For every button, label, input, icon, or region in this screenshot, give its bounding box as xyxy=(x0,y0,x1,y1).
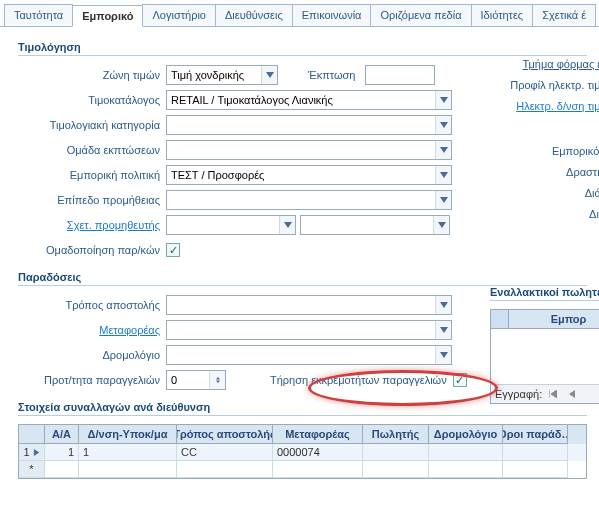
alt-body[interactable] xyxy=(491,329,599,385)
table-row[interactable]: 1 1 1 CC 0000074 xyxy=(19,444,586,461)
combo-route[interactable] xyxy=(166,345,452,365)
input-commercial-policy[interactable] xyxy=(167,166,435,184)
alt-header-commercial[interactable]: Εμπορ xyxy=(509,310,599,328)
label-order-priority: Προτ/τητα παραγγελιών xyxy=(18,374,166,386)
cell-ship[interactable]: CC xyxy=(177,444,273,461)
grid-transactions: Α/Α Δ/νση-Υποκ/μα Τρόπος αποστολής Μεταφ… xyxy=(18,424,587,479)
link-related-supplier[interactable]: Σχετ. προμηθευτής xyxy=(18,219,166,231)
cell-route[interactable] xyxy=(429,444,503,461)
input-carrier[interactable] xyxy=(167,321,435,339)
tab-related[interactable]: Σχετικά έ xyxy=(532,4,596,26)
chevron-down-icon[interactable] xyxy=(435,346,451,364)
label-commission-level: Επίπεδο προμήθειας xyxy=(18,194,166,206)
chevron-down-icon[interactable] xyxy=(435,321,451,339)
chevron-down-icon[interactable] xyxy=(435,191,451,209)
tab-accounting[interactable]: Λογιστήριο xyxy=(142,4,215,26)
grid-header-address[interactable]: Δ/νση-Υποκ/μα xyxy=(79,425,177,444)
input-related-supplier[interactable] xyxy=(167,216,279,234)
chevron-down-icon[interactable] xyxy=(261,66,277,84)
grid-header-handle xyxy=(19,425,45,444)
tab-contact[interactable]: Επικοινωνία xyxy=(292,4,372,26)
combo-discount-group[interactable] xyxy=(166,140,452,160)
input-route[interactable] xyxy=(167,346,435,364)
tab-identity[interactable]: Ταυτότητα xyxy=(4,4,73,26)
input-ship-method[interactable] xyxy=(167,296,435,314)
cell-empty[interactable] xyxy=(273,461,363,478)
label-price-catalog: Τιμοκατάλογος xyxy=(18,94,166,106)
cell-carrier[interactable]: 0000074 xyxy=(273,444,363,461)
checkbox-backorder-tracking[interactable] xyxy=(453,373,467,387)
cell-empty[interactable] xyxy=(363,461,429,478)
grid-header-carrier[interactable]: Μεταφορέας xyxy=(273,425,363,444)
label-discount-group: Ομάδα εκπτώσεων xyxy=(18,144,166,156)
cell-address[interactable]: 1 xyxy=(79,444,177,461)
label-discount: Έκπτωση xyxy=(308,69,355,81)
nav-prev-icon[interactable] xyxy=(564,387,578,401)
chevron-down-icon[interactable] xyxy=(435,141,451,159)
cell-empty[interactable] xyxy=(79,461,177,478)
link-carrier[interactable]: Μεταφορέας xyxy=(18,324,166,336)
combo-commercial-policy[interactable] xyxy=(166,165,452,185)
alt-navigator: Εγγραφή: xyxy=(491,385,599,403)
combo-price-catalog[interactable] xyxy=(166,90,452,110)
cell-idx[interactable]: 1 xyxy=(45,444,79,461)
chevron-down-icon[interactable] xyxy=(435,296,451,314)
input-invoice-category[interactable] xyxy=(167,116,435,134)
grid-header-route[interactable]: Δρομολόγιο xyxy=(429,425,503,444)
table-row[interactable]: * xyxy=(19,461,586,478)
label-ship-method: Τρόπος αποστολής xyxy=(18,299,166,311)
cell-terms[interactable] xyxy=(503,444,568,461)
chevron-down-icon[interactable] xyxy=(433,216,449,234)
label-batch-grouping: Ομαδοποίηση παρ/κών xyxy=(18,244,166,256)
input-price-zone[interactable] xyxy=(167,66,261,84)
input-discount-group[interactable] xyxy=(167,141,435,159)
input-discount[interactable] xyxy=(365,65,435,85)
input-order-priority[interactable] xyxy=(167,371,209,389)
label-activity: Δραστηρι xyxy=(478,166,599,178)
combo-price-zone[interactable] xyxy=(166,65,278,85)
grid-header-ship[interactable]: Τρόπος αποστολής xyxy=(177,425,273,444)
cell-empty[interactable] xyxy=(429,461,503,478)
chevron-down-icon[interactable] xyxy=(435,166,451,184)
label-backorder-tracking: Τήρηση εκκρεμοτήτων παραγγελιών xyxy=(270,374,447,386)
label-route: Δρομολόγιο xyxy=(18,349,166,361)
cell-empty[interactable] xyxy=(503,461,568,478)
combo-commission-level[interactable] xyxy=(166,190,452,210)
section-pricing-title: Τιμολόγηση xyxy=(18,41,587,56)
grid-header-idx[interactable]: Α/Α xyxy=(45,425,79,444)
input-commission-level[interactable] xyxy=(167,191,435,209)
checkbox-batch-grouping[interactable] xyxy=(166,243,180,257)
alt-header-handle xyxy=(491,310,509,328)
tab-addresses[interactable]: Διευθύνσεις xyxy=(215,4,293,26)
combo-related-supplier-extra[interactable] xyxy=(300,215,450,235)
label-dimension2: Διάσ xyxy=(478,208,599,220)
tab-custom-fields[interactable]: Οριζόμενα πεδία xyxy=(370,4,471,26)
label-einvoice-profile: Προφίλ ηλεκτρ. τιμολ xyxy=(478,79,599,91)
input-related-supplier-extra[interactable] xyxy=(301,216,433,234)
tab-commercial[interactable]: Εμπορικό xyxy=(72,5,143,27)
link-einvoice-address[interactable]: Ηλεκτρ. δ/νση τιμολ xyxy=(478,100,599,112)
cell-empty[interactable] xyxy=(45,461,79,478)
chevron-down-icon[interactable] xyxy=(279,216,295,234)
section-alt-sellers-title: Εναλλακτικοί πωλητέ xyxy=(490,286,599,301)
combo-invoice-category[interactable] xyxy=(166,115,452,135)
chevron-down-icon[interactable] xyxy=(435,116,451,134)
combo-ship-method[interactable] xyxy=(166,295,452,315)
row-new-icon[interactable]: * xyxy=(19,461,45,478)
grid-header-seller[interactable]: Πωλητής xyxy=(363,425,429,444)
chevron-down-icon[interactable] xyxy=(435,91,451,109)
spinner-order-priority[interactable] xyxy=(166,370,226,390)
label-record: Εγγραφή: xyxy=(495,388,542,400)
label-invoice-category: Τιμολογιακή κατηγορία xyxy=(18,119,166,131)
input-price-catalog[interactable] xyxy=(167,91,435,109)
combo-related-supplier[interactable] xyxy=(166,215,296,235)
spinner-arrows-icon[interactable] xyxy=(209,371,225,389)
cell-empty[interactable] xyxy=(177,461,273,478)
row-indicator-icon[interactable]: 1 xyxy=(19,444,45,461)
cell-seller[interactable] xyxy=(363,444,429,461)
combo-carrier[interactable] xyxy=(166,320,452,340)
grid-header-terms[interactable]: Όροι παράδ… xyxy=(503,425,568,444)
label-commercial-to: Εμπορικός τ xyxy=(478,145,599,157)
tab-properties[interactable]: Ιδιότητες xyxy=(471,4,534,26)
nav-first-icon[interactable] xyxy=(546,387,560,401)
